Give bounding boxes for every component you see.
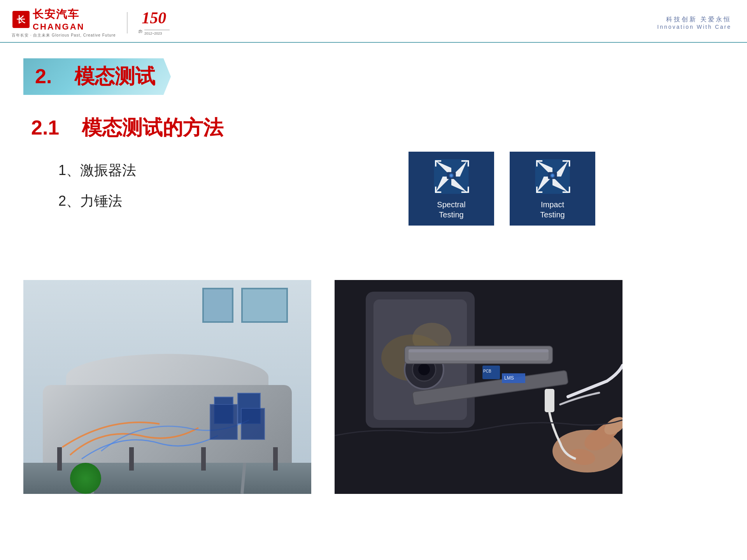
anniversary-number: 150 (142, 10, 166, 26)
svg-rect-36 (569, 187, 570, 193)
photo-car-test (23, 280, 311, 494)
svg-rect-35 (563, 191, 569, 193)
cables-overlay (23, 280, 311, 494)
impact-testing-icon-box[interactable]: Impact Testing (510, 152, 595, 226)
logo-subtitle: 百年长安 · 自主未来 Glorious Past, Creative Futu… (12, 33, 116, 38)
header: 长 长安汽车 CHANGAN 百年长安 · 自主未来 Glorious Past… (0, 0, 747, 43)
spectral-testing-icon-box[interactable]: Spectral Testing (409, 152, 494, 226)
svg-rect-38 (241, 408, 265, 439)
svg-rect-18 (435, 187, 437, 193)
svg-text:长: 长 (17, 15, 26, 24)
svg-rect-15 (461, 160, 468, 162)
anniversary-badge: 150 th 2012~2023 (139, 10, 170, 35)
subsection-title-cn: 模态测试的方法 (82, 116, 223, 139)
section-title-background: 2. 模态测试 (23, 58, 171, 95)
tagline-en: Innovation With Care (657, 24, 731, 30)
subsection-title-text: 2.1 模态测试的方法 (31, 116, 223, 139)
list-item-2: 2、力锤法 (58, 192, 747, 211)
svg-rect-19 (461, 191, 468, 193)
logo-divider (127, 12, 128, 33)
section-title-cn: 模态测试 (74, 65, 155, 88)
svg-rect-14 (435, 160, 437, 166)
section-title: 2. 模态测试 (35, 65, 155, 88)
anniversary-decoration-icon: th 2012~2023 (139, 26, 170, 35)
svg-text:th: th (139, 29, 142, 34)
spectral-testing-icon (430, 158, 473, 196)
svg-text:PCB: PCB (483, 369, 491, 373)
svg-rect-20 (468, 187, 469, 193)
svg-rect-49 (409, 349, 549, 352)
svg-point-12 (450, 174, 452, 177)
photos-area: LMS PCB (23, 280, 622, 494)
logo-area: 长 长安汽车 CHANGAN 百年长安 · 自主未来 Glorious Past… (12, 7, 170, 38)
svg-rect-30 (536, 160, 538, 166)
svg-rect-32 (569, 160, 570, 166)
section-title-box: 2. 模态测试 (23, 58, 171, 95)
subsection-number: 2.1 (31, 116, 59, 139)
spectral-testing-label: Spectral Testing (437, 200, 465, 220)
svg-rect-31 (563, 160, 569, 162)
changan-logo: 长 长安汽车 CHANGAN 百年长安 · 自主未来 Glorious Past… (12, 7, 116, 38)
tagline-cn: 科技创新 关爱永恒 (657, 16, 731, 24)
subsection-title: 2.1 模态测试的方法 (31, 114, 747, 142)
software-icons-area: Spectral Testing Impact Testing (409, 152, 595, 226)
svg-text:LMS: LMS (504, 375, 514, 381)
list-items: 1、激振器法 2、力锤法 (58, 161, 747, 211)
impact-testing-label: Impact Testing (540, 200, 565, 220)
header-right: 科技创新 关爱永恒 Innovation With Care (657, 16, 731, 30)
list-item-1: 1、激振器法 (58, 161, 747, 180)
svg-rect-16 (468, 160, 469, 166)
impact-test-overlay: LMS PCB (335, 280, 622, 494)
svg-point-46 (418, 364, 430, 375)
svg-rect-34 (536, 187, 538, 193)
svg-text:2012~2023: 2012~2023 (144, 32, 162, 35)
photo-impact-test: LMS PCB (335, 280, 622, 494)
logo-english: CHANGAN (33, 22, 84, 32)
changan-emblem-icon: 长 (12, 10, 30, 29)
svg-point-28 (551, 174, 554, 177)
section-number: 2. (35, 65, 52, 88)
svg-rect-37 (210, 404, 237, 439)
impact-testing-icon (531, 158, 574, 196)
logo-chinese: 长安汽车 (33, 7, 84, 22)
svg-rect-56 (545, 389, 554, 412)
